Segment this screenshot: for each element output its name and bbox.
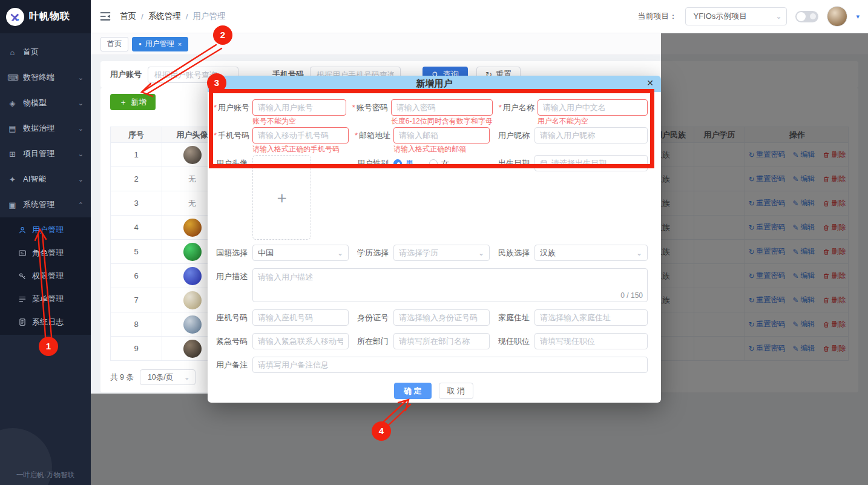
row-index: 5 xyxy=(111,240,162,263)
mobile-input[interactable] xyxy=(252,127,349,144)
model-icon: ◈ xyxy=(7,99,18,108)
nation-select[interactable]: 汉族 ⌄ xyxy=(534,245,648,261)
system-submenu: 用户管理 角色管理 权限管理 菜单管理 系统日志 xyxy=(0,217,91,335)
terminal-icon: ⌨ xyxy=(7,73,18,82)
nickname-input[interactable] xyxy=(534,127,648,144)
breadcrumb-home[interactable]: 首页 xyxy=(120,11,136,22)
sidebar-item-permission-management[interactable]: 权限管理 xyxy=(0,265,91,288)
sidebar-item-system[interactable]: ▣ 系统管理 ⌃ xyxy=(0,192,91,217)
description-textarea[interactable] xyxy=(252,268,648,302)
account-input[interactable] xyxy=(252,99,346,116)
page-size-select[interactable]: 10条/页 ⌄ xyxy=(140,369,196,385)
sidebar-item-role-management[interactable]: 角色管理 xyxy=(0,242,91,265)
name-input[interactable] xyxy=(538,99,648,116)
close-icon[interactable]: ✕ xyxy=(646,78,654,88)
row-index: 1 xyxy=(111,143,162,167)
caret-down-icon[interactable]: ▾ xyxy=(856,13,860,21)
address-input[interactable] xyxy=(534,309,648,326)
add-user-button[interactable]: ＋ 新增 xyxy=(110,94,156,110)
chevron-down-icon: ⌄ xyxy=(78,125,84,133)
department-label: 所在部门 xyxy=(355,333,393,349)
sidebar-item-user-management[interactable]: 用户管理 xyxy=(0,219,91,242)
gender-radio-male[interactable]: 男 xyxy=(393,158,413,169)
mobile-error: 请输入格式正确的手机号码 xyxy=(252,145,349,154)
sidebar-item-home[interactable]: ⌂ 首页 xyxy=(0,39,91,65)
chevron-down-icon: ⌄ xyxy=(636,249,642,257)
tab-home[interactable]: 首页 xyxy=(100,37,128,51)
add-user-dialog: 新增用户 ✕ *用户账号 账号不能为空 *账号密码 长度6-12位同时含有数字和… xyxy=(208,76,661,403)
position-input[interactable] xyxy=(534,333,648,349)
brand-logo: 叶帆物联 xyxy=(0,0,91,33)
birthday-date-input[interactable]: 请选择出生日期 xyxy=(534,155,648,171)
chevron-down-icon: ⌄ xyxy=(78,99,84,107)
brand-slogan: 一叶启帆·万物智联 xyxy=(0,470,91,480)
account-label: *用户账号 xyxy=(214,99,252,116)
education-select[interactable]: 请选择学历 ⌄ xyxy=(393,245,490,261)
landline-input[interactable] xyxy=(252,309,349,326)
cancel-button[interactable]: 取 消 xyxy=(439,383,474,399)
sidebar-item-menu-management[interactable]: 菜单管理 xyxy=(0,288,91,311)
user-avatar xyxy=(183,291,202,309)
row-index: 7 xyxy=(111,288,162,312)
account-error: 账号不能为空 xyxy=(252,117,346,126)
avatar-upload-label: 用户头像 xyxy=(214,155,252,171)
breadcrumb-system[interactable]: 系统管理 xyxy=(148,11,181,22)
key-icon xyxy=(18,272,27,280)
upload-plus-icon: ＋ xyxy=(274,187,290,208)
row-index: 6 xyxy=(111,264,162,288)
nationality-select[interactable]: 中国 ⌄ xyxy=(252,245,349,261)
emergency-input[interactable] xyxy=(252,333,349,349)
landline-label: 座机号码 xyxy=(214,309,252,326)
toggle-knob xyxy=(797,12,806,21)
name-error: 用户名不能为空 xyxy=(538,117,648,126)
chevron-down-icon: ⌄ xyxy=(771,12,781,21)
sidebar-item-projects[interactable]: ⊞ 项目管理 ⌄ xyxy=(0,141,91,167)
chevron-down-icon: ⌄ xyxy=(179,373,190,381)
row-index: 3 xyxy=(111,191,162,215)
current-project-label: 当前项目： xyxy=(637,11,677,22)
tab-user-management[interactable]: ● 用户管理 × xyxy=(132,37,188,51)
education-label: 学历选择 xyxy=(355,245,393,261)
sidebar-item-ai[interactable]: ✦ AI智能 ⌄ xyxy=(0,167,91,192)
remark-label: 用户备注 xyxy=(214,357,252,373)
project-select[interactable]: YFIOs示例项目 ⌄ xyxy=(685,7,787,25)
collapse-sidebar-icon[interactable] xyxy=(99,10,111,22)
no-avatar-text: 无 xyxy=(188,174,196,185)
sidebar-item-terminals[interactable]: ⌨ 数智终端 ⌄ xyxy=(0,65,91,90)
address-label: 家庭住址 xyxy=(496,309,534,326)
sidebar-item-system-log[interactable]: 系统日志 xyxy=(0,311,91,334)
nickname-label: 用户昵称 xyxy=(496,127,534,144)
confirm-button[interactable]: 确 定 xyxy=(394,383,432,399)
plus-icon: ＋ xyxy=(119,97,127,108)
theme-toggle[interactable] xyxy=(795,11,818,22)
tab-close-icon[interactable]: × xyxy=(178,41,182,48)
sidebar-item-models[interactable]: ◈ 物模型 ⌄ xyxy=(0,90,91,116)
avatar-upload-box[interactable]: ＋ xyxy=(252,155,311,240)
brand-logo-icon xyxy=(6,8,24,26)
sidebar-item-data-governance[interactable]: ▤ 数据治理 ⌄ xyxy=(0,116,91,141)
gender-radio-female[interactable]: 女 xyxy=(429,158,449,169)
breadcrumb: 首页 / 系统管理 / 用户管理 xyxy=(120,11,226,22)
dialog-header: 新增用户 ✕ xyxy=(208,76,661,92)
email-input[interactable] xyxy=(393,127,490,144)
idcard-input[interactable] xyxy=(393,309,490,326)
total-count: 共 9 条 xyxy=(110,372,134,383)
active-dot-icon: ● xyxy=(139,42,142,47)
radio-dot-icon xyxy=(429,159,438,168)
row-index: 4 xyxy=(111,216,162,239)
gender-label: 用户性别 xyxy=(355,155,393,171)
password-error: 长度6-12位同时含有数字和字母 xyxy=(391,117,493,126)
toggle-icon xyxy=(810,13,816,19)
department-input[interactable] xyxy=(393,333,490,349)
user-avatar-menu[interactable] xyxy=(827,6,847,27)
dialog-title: 新增用户 xyxy=(416,78,453,90)
emergency-label: 紧急号码 xyxy=(214,333,252,349)
chevron-up-icon: ⌃ xyxy=(78,201,84,209)
breadcrumb-current: 用户管理 xyxy=(193,11,226,22)
name-label: *用户名称 xyxy=(499,99,538,116)
remark-input[interactable] xyxy=(252,357,648,373)
password-input[interactable] xyxy=(391,99,493,116)
email-error: 请输入格式正确的邮箱 xyxy=(393,145,490,154)
ai-icon: ✦ xyxy=(7,175,18,184)
database-icon: ▤ xyxy=(7,124,18,133)
